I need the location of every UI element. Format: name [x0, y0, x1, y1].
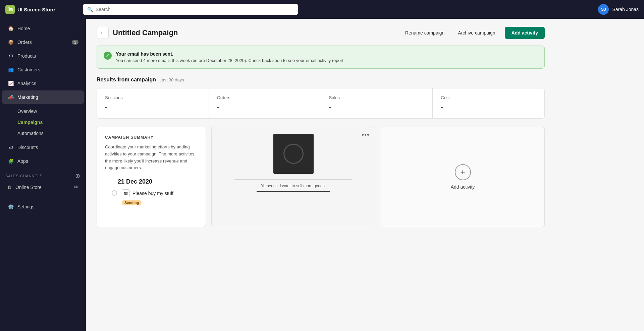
timeline-item: ✉ Please buy my stuff Sending [108, 189, 195, 205]
campaign-summary-card: CAMPAIGN SUMMARY Coordinate your marketi… [97, 127, 206, 227]
campaign-summary-text: Coordinate your marketing efforts by add… [105, 144, 198, 172]
discounts-icon: 🏷 [7, 144, 14, 151]
sidebar-item-orders[interactable]: 📦 Orders 1 [2, 36, 84, 49]
alert-title: Your email has been sent. [116, 51, 344, 57]
stat-sessions-value: - [105, 103, 201, 112]
sales-channels-label: SALES CHANNELS [5, 174, 43, 178]
stat-cost-label: Cost [441, 95, 536, 100]
sidebar-item-overview[interactable]: Overview [2, 106, 84, 117]
timeline-activity[interactable]: ✉ Please buy my stuff [122, 189, 195, 197]
email-circle-graphic [283, 144, 304, 164]
check-icon: ✓ [104, 52, 112, 60]
sidebar-item-home[interactable]: 🏠 Home [2, 22, 84, 35]
marketing-submenu: Overview Campaigns Automations [0, 104, 86, 140]
stat-cost-value: - [441, 103, 536, 112]
overview-label: Overview [17, 109, 37, 114]
products-icon: 🏷 [7, 53, 14, 59]
back-button[interactable]: ← [97, 27, 109, 39]
activity-name: Please buy my stuff [132, 191, 173, 196]
alert-text: Your email has been sent. You can send 4… [116, 51, 344, 63]
add-sales-channel-icon[interactable]: ⊕ [75, 172, 80, 180]
email-preview-line [234, 179, 352, 180]
page-header: ← Untitled Campaign Rename campaign Arch… [97, 27, 545, 39]
sidebar-label-settings: Settings [17, 204, 35, 209]
archive-campaign-button[interactable]: Archive campaign [454, 27, 499, 38]
results-subtitle: Last 30 days [159, 77, 184, 82]
sidebar-item-marketing[interactable]: 📣 Marketing [2, 90, 84, 104]
stat-sales-label: Sales [329, 95, 425, 100]
timeline-content: ✉ Please buy my stuff Sending [122, 189, 195, 205]
marketing-icon: 📣 [7, 94, 14, 101]
stat-orders: Orders - [209, 88, 321, 118]
sidebar-item-campaigns[interactable]: Campaigns [2, 117, 84, 128]
stat-orders-value: - [217, 103, 313, 112]
stat-orders-label: Orders [217, 95, 313, 100]
sidebar-item-customers[interactable]: 👥 Customers [2, 63, 84, 76]
stat-sessions-label: Sessions [105, 95, 201, 100]
stat-sales: Sales - [321, 88, 433, 118]
campaigns-label: Campaigns [17, 120, 43, 125]
sidebar-item-automations[interactable]: Automations [2, 128, 84, 139]
topbar: 🛍 UI Screen Store 🔍 SJ Sarah Jonas [0, 0, 644, 19]
sidebar-label-discounts: Discounts [17, 145, 38, 150]
sidebar-label-home: Home [17, 26, 30, 31]
user-name: Sarah Jonas [612, 7, 639, 12]
sidebar-label-apps: Apps [17, 158, 28, 164]
timeline: 21 Dec 2020 ✉ Please buy my stuff [105, 178, 198, 205]
search-input[interactable] [96, 7, 294, 12]
alert-body: You can send 4 more emails this week (be… [116, 58, 344, 63]
sidebar-item-products[interactable]: 🏷 Products [2, 49, 84, 63]
sales-channels-section: SALES CHANNELS ⊕ [0, 168, 86, 181]
sidebar: 🏠 Home 📦 Orders 1 🏷 Products 👥 Customers… [0, 19, 86, 331]
app-name: UI Screen Store [17, 7, 55, 12]
rename-campaign-button[interactable]: Rename campaign [401, 27, 449, 38]
email-preview-inner: Yo peeps. I want to sell more goods. [212, 127, 375, 199]
search-bar[interactable]: 🔍 [83, 4, 298, 15]
sidebar-label-analytics: Analytics [17, 81, 36, 86]
orders-badge: 1 [72, 40, 78, 45]
header-actions: Rename campaign Archive campaign Add act… [401, 27, 545, 39]
settings-icon: ⚙️ [7, 203, 14, 210]
eye-icon[interactable]: 👁 [74, 185, 78, 190]
home-icon: 🏠 [7, 25, 14, 32]
sidebar-label-customers: Customers [17, 67, 40, 72]
analytics-icon: 📈 [7, 80, 14, 87]
stat-sessions: Sessions - [97, 88, 209, 118]
orders-icon: 📦 [7, 39, 14, 46]
sidebar-item-analytics[interactable]: 📈 Analytics [2, 77, 84, 90]
stats-grid: Sessions - Orders - Sales - [97, 88, 545, 119]
logo-icon: 🛍 [5, 5, 15, 14]
timeline-circle [112, 190, 117, 196]
email-preview-text: Yo peeps. I want to sell more goods. [261, 184, 326, 188]
success-alert: ✓ Your email has been sent. You can send… [97, 46, 545, 69]
sidebar-item-settings[interactable]: ⚙️ Settings [2, 200, 84, 213]
timeline-date: 21 Dec 2020 [118, 178, 195, 185]
sidebar-item-online-store[interactable]: 🖥 Online Store 👁 [2, 181, 84, 193]
add-activity-button[interactable]: Add activity [505, 27, 545, 39]
apps-icon: 🧩 [7, 158, 14, 164]
main-content-area: ← Untitled Campaign Rename campaign Arch… [86, 19, 644, 331]
topbar-right: SJ Sarah Jonas [598, 4, 639, 15]
email-image-placeholder [273, 134, 314, 174]
avatar: SJ [598, 4, 609, 15]
results-header: Results from campaign Last 30 days [97, 77, 545, 83]
timeline-dot [111, 189, 118, 196]
email-preview-bar [257, 191, 330, 192]
email-preview-card[interactable]: ••• Yo peeps. I want to sell more goods. [211, 127, 375, 227]
sidebar-item-discounts[interactable]: 🏷 Discounts [2, 141, 84, 154]
stat-cost: Cost - [433, 88, 544, 118]
sidebar-label-orders: Orders [17, 40, 32, 45]
sidebar-label-products: Products [17, 53, 36, 59]
cards-row: CAMPAIGN SUMMARY Coordinate your marketi… [97, 127, 545, 227]
campaign-summary-title: CAMPAIGN SUMMARY [105, 135, 198, 140]
online-store-icon: 🖥 [7, 185, 12, 190]
more-options-button[interactable]: ••• [362, 131, 370, 139]
sidebar-item-apps[interactable]: 🧩 Apps [2, 154, 84, 168]
search-icon: 🔍 [87, 7, 93, 12]
customers-icon: 👥 [7, 66, 14, 73]
add-activity-label: Add activity [451, 184, 475, 190]
page-title: Untitled Campaign [113, 28, 397, 37]
add-activity-circle-icon[interactable]: + [455, 164, 471, 180]
add-activity-card[interactable]: + Add activity [381, 127, 545, 227]
sidebar-label-marketing: Marketing [17, 94, 38, 100]
